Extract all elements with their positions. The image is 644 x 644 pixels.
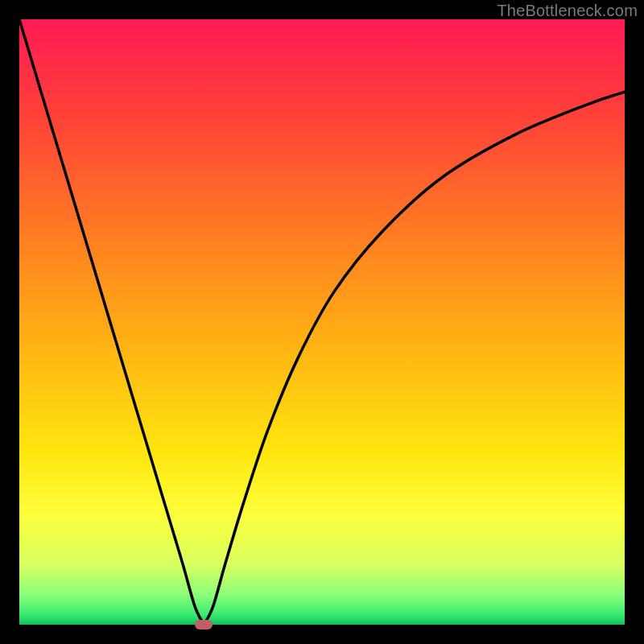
watermark-text: TheBottleneck.com [497, 2, 638, 20]
chart-frame [19, 19, 625, 625]
bottleneck-marker [195, 620, 213, 630]
bottleneck-chart [19, 19, 625, 625]
